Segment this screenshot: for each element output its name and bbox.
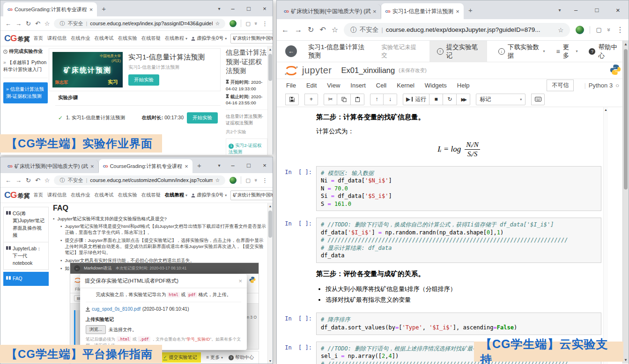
menu-cell[interactable]: Cell	[376, 82, 386, 89]
sidebar-item-info-prediction[interactable]: » 信息量计算法预测-证据权法预测	[3, 82, 48, 103]
extensions-overflow-icon[interactable]: »	[253, 179, 259, 182]
menu-help[interactable]: Help	[457, 82, 470, 89]
scroll-thumb[interactable]	[624, 49, 628, 189]
window-dropdown-icon[interactable]: ▾	[214, 157, 225, 173]
browser-tab-inactive[interactable]: CG 矿床统计预测(中国地质大学) (武 ×	[3, 160, 99, 172]
scroll-up-icon[interactable]: ▲	[623, 41, 629, 46]
browser-menu-icon[interactable]: ⋮	[262, 20, 268, 27]
browser-menu-icon[interactable]: ⋮	[262, 177, 268, 184]
markdown-cell[interactable]: 第三步：评价各变量与成矿的关系。 按从大到小顺序将找矿信息量Iᵢ排序（分组排序）…	[316, 269, 629, 306]
tab-close-icon[interactable]: ×	[456, 8, 459, 15]
code-editor[interactable]: # //TODO: 删除下行语句，换成你自己的计算公式，获得Ii值存储于 df_…	[316, 218, 601, 263]
bookmark-icon[interactable]: ☆	[44, 177, 50, 184]
start-experiment-button[interactable]: 开始实验	[187, 112, 218, 124]
move-cell-up-button[interactable]: ↑	[370, 94, 384, 105]
back-icon[interactable]: ←	[281, 26, 289, 34]
nav-qa[interactable]: 在线答疑	[141, 35, 161, 42]
menu-kernel[interactable]: Kernel	[397, 82, 414, 89]
nav-course-info[interactable]: 课程信息	[47, 192, 67, 198]
browser-tab-active[interactable]: CG 实习1-信息量计算法预测 ×	[381, 3, 464, 19]
idm-extension-icon[interactable]	[576, 26, 584, 34]
browser-scrollbar[interactable]: ▲ ▼	[622, 41, 629, 364]
menu-view[interactable]: View	[327, 82, 340, 89]
browser-tab-active[interactable]: CG CourseGrading:计算机专业课程 ×	[99, 159, 192, 173]
idm-extension-icon[interactable]	[229, 20, 237, 27]
nav-experiment[interactable]: 在线实验	[118, 35, 137, 42]
cg-logo[interactable]: CG 希冀	[4, 33, 30, 44]
maximize-button[interactable]: □	[586, 0, 607, 19]
reload-icon[interactable]: ↻	[26, 177, 31, 184]
nav-home[interactable]: 首页	[34, 192, 44, 198]
cell-type-select[interactable]: 标记▾	[476, 94, 525, 105]
reload-icon[interactable]: ↻	[26, 20, 31, 27]
cut-cell-button[interactable]: ✂	[324, 94, 337, 105]
bookmark-star-icon[interactable]: ☆	[558, 26, 563, 34]
user-menu[interactable]: 虚拟学生0号▾	[191, 35, 227, 42]
nav-course-info[interactable]: 课程信息	[47, 35, 67, 42]
close-button[interactable]: ×	[257, 157, 273, 173]
reload-icon[interactable]: ↻	[308, 25, 314, 34]
submit-notebook-button[interactable]: ↑ 提交实验笔记	[429, 41, 487, 62]
address-bar[interactable]: ⓘ 不安全 | course.educg.net/exp/doexpJupyte…	[344, 23, 570, 37]
scroll-down-icon[interactable]: ▼	[268, 359, 273, 363]
minimize-button[interactable]: –	[225, 157, 241, 173]
capture-extension-icon[interactable]: ▢	[245, 177, 250, 183]
sidebar-item-jupyterlab[interactable]: JupyterLab：下一代notebook	[3, 242, 49, 270]
extensions-overflow-icon[interactable]: »	[606, 28, 613, 31]
minimize-button[interactable]: –	[565, 0, 586, 19]
interrupt-kernel-button[interactable]: ■	[429, 94, 443, 105]
forward-icon[interactable]: →	[15, 177, 22, 184]
minimize-button[interactable]: –	[225, 0, 241, 16]
cg-logo[interactable]: CG 希冀	[4, 190, 30, 200]
code-editor[interactable]: # 降序排序df_data.sort_values(by=['Type', '$…	[316, 313, 601, 335]
bookmark-icon[interactable]: ☆	[44, 20, 50, 27]
menu-insert[interactable]: Insert	[350, 82, 366, 89]
user-menu[interactable]: 虚拟学生0号▾	[191, 192, 227, 198]
page-scrollbar[interactable]: ▲ ▼	[267, 203, 273, 364]
new-tab-button[interactable]: +	[464, 6, 477, 14]
tab-close-icon[interactable]: ×	[185, 163, 188, 170]
menu-file[interactable]: File	[286, 82, 296, 89]
tab-close-icon[interactable]: ×	[90, 163, 94, 170]
titlebar[interactable]: CG 矿床统计预测(中国地质大学) (武 × CG 实习1-信息量计算法预测 ×…	[277, 0, 629, 19]
help-center[interactable]: ? 帮助中心	[589, 41, 620, 62]
back-icon[interactable]: ←	[5, 20, 11, 27]
scroll-down-icon[interactable]: ▼	[623, 358, 629, 362]
notebook-filename[interactable]: Ex01_xinxiliang	[341, 66, 395, 75]
bookmark-star-icon[interactable]: ☆	[215, 21, 220, 27]
extensions-overflow-icon[interactable]: »	[253, 22, 259, 25]
new-tab-button[interactable]: +	[97, 5, 111, 13]
history-icon[interactable]: ↶	[35, 20, 40, 27]
notebook-scrollbar[interactable]: ▲	[603, 107, 608, 364]
close-button[interactable]: ×	[607, 0, 629, 19]
browser-menu-icon[interactable]: ⋮	[616, 25, 624, 34]
bookmark-star-icon[interactable]: ☆	[215, 177, 220, 183]
idm-extension-icon[interactable]	[229, 177, 237, 184]
scroll-thumb[interactable]	[268, 211, 272, 238]
tab-close-icon[interactable]: ×	[373, 8, 377, 15]
window-dropdown-icon[interactable]: ▾	[214, 0, 225, 16]
sidebar-item-faq[interactable]: FAQ	[3, 272, 49, 285]
browser-tab[interactable]: CG CourseGrading:计算机专业课程 ×	[3, 2, 97, 16]
run-cell-button[interactable]: ▶ 运行	[403, 94, 429, 105]
bookmark-icon[interactable]: ☆	[332, 25, 338, 34]
nav-homework[interactable]: 在线作业	[71, 192, 90, 198]
address-bar[interactable]: ⓘ 不安全 | course.educg.net/exp/index.jsp?a…	[54, 19, 225, 29]
sidebar-item-jupyter-video[interactable]: CG(希冀)Jupyter笔记界面及操作视频	[3, 207, 49, 242]
trust-button[interactable]: 不可信	[547, 80, 574, 91]
experiment-list-item[interactable]: 1实习2-证据权法预测	[226, 138, 267, 155]
browse-button[interactable]: 浏览...	[86, 325, 106, 334]
copy-cell-button[interactable]	[337, 94, 351, 105]
save-button[interactable]	[285, 94, 299, 105]
download-data-button[interactable]: ↓ 下载实验数据▾	[498, 41, 545, 62]
paste-cell-button[interactable]	[351, 94, 364, 105]
start-experiment-button[interactable]: 开始实验	[128, 74, 159, 86]
window-dropdown-icon[interactable]: ▾	[554, 0, 565, 19]
capture-extension-icon[interactable]: ▢	[245, 21, 250, 27]
move-cell-down-button[interactable]: ↓	[384, 94, 397, 105]
markdown-cell[interactable]: 第二步：计算各变量的找矿信息量。 计算公式为： Iᵢ = log Nᵢ/NSᵢ/…	[316, 113, 629, 159]
notebook-file-link[interactable]: cug_spod_0s_8100.pdf	[92, 306, 141, 312]
history-icon[interactable]: ↶	[35, 177, 40, 184]
jupyter-brand[interactable]: jupyter	[302, 65, 332, 76]
restart-kernel-button[interactable]: ↻	[443, 94, 457, 105]
